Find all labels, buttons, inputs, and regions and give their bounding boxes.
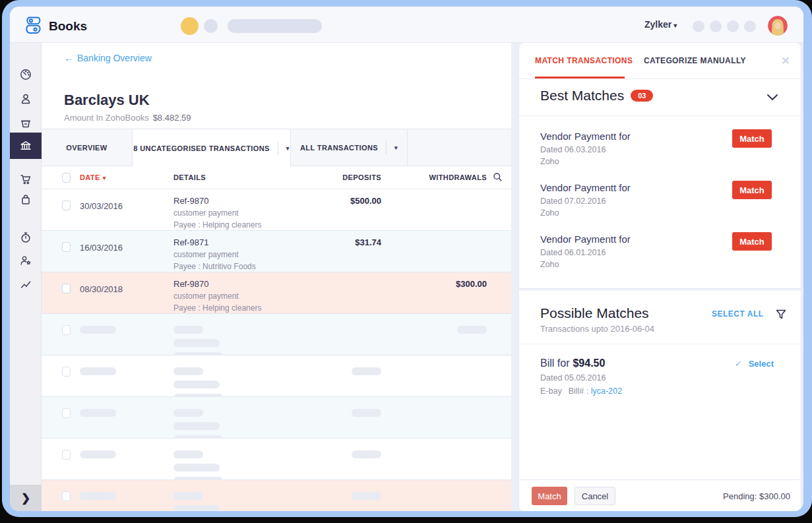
cell-date: 16/03/2016 [80, 243, 123, 253]
announcement-icon[interactable] [181, 17, 199, 35]
screenshot-stage: Books Zylker▾ [0, 0, 812, 523]
check-icon: ✓ [735, 359, 742, 369]
skeleton-pill [173, 367, 203, 375]
count-badge: 03 [631, 90, 653, 102]
help-icon[interactable] [744, 20, 756, 32]
sidebar-item-accountant[interactable] [10, 247, 42, 274]
row-checkbox[interactable] [62, 450, 71, 460]
recent-activity-icon[interactable] [204, 19, 218, 33]
best-matches-header: Best Matches03 [519, 79, 801, 116]
tab-match-transactions[interactable]: MATCH TRANSACTIONS [535, 56, 633, 65]
cell-type: customer payment [173, 292, 239, 301]
match-item-title: Vendor Paymentt for [540, 182, 631, 193]
reports-icon [19, 278, 32, 291]
row-checkbox[interactable] [62, 325, 71, 335]
select-all-checkbox[interactable] [62, 173, 71, 183]
sidebar-item-purchases[interactable] [10, 187, 42, 213]
footer-cancel-button[interactable]: Cancel [575, 487, 615, 505]
tab-all-transactions[interactable]: ALL TRANSACTIONS▾ [291, 129, 408, 166]
caret-down-icon: ▾ [673, 22, 677, 29]
match-button[interactable]: Match [732, 232, 772, 251]
skeleton-pill [80, 450, 116, 458]
table-row[interactable]: 16/03/2016 Ref-9871 customer payment Pay… [42, 231, 511, 272]
match-item-vendor: Zoho [540, 208, 559, 218]
sidebar-item-reports[interactable] [10, 271, 42, 297]
sidebar-item-contacts[interactable] [10, 86, 42, 112]
row-checkbox[interactable] [62, 284, 71, 293]
possible-match-title: Bill for$94.50 [540, 357, 605, 369]
window-frame: Books Zylker▾ [2, 0, 812, 517]
table-row-loading [42, 355, 511, 397]
skeleton-pill [173, 505, 220, 511]
bag-icon [19, 193, 32, 206]
app-window: Books Zylker▾ [10, 7, 803, 511]
column-date-sort[interactable]: DATE▾ [80, 173, 106, 181]
product-name: Books [49, 19, 87, 34]
active-tab-underline [535, 77, 625, 78]
skeleton-pill [173, 464, 220, 472]
back-to-banking-overview-link[interactable]: ←Banking Overview [64, 53, 152, 63]
dashboard-icon [19, 68, 32, 81]
skeleton-pill [173, 339, 220, 347]
cell-deposit: $500.00 [305, 196, 381, 206]
tab-uncategorised-transactions[interactable]: 8 UNCATEGORISED TRANSACTIONS▾ [133, 129, 291, 168]
cell-date: 08/30/2018 [80, 284, 123, 294]
skeleton-pill [173, 492, 203, 500]
referral-icon[interactable] [693, 20, 704, 32]
sidebar-item-dashboard[interactable] [10, 61, 42, 88]
sidebar-expand-button[interactable]: ❯ [10, 485, 42, 511]
accountant-icon [19, 254, 32, 267]
cell-reference: Ref-9870 [173, 196, 208, 206]
row-checkbox[interactable] [62, 408, 71, 418]
cell-payee: Payee : Nutritivo Foods [173, 262, 256, 271]
cell-date: 30/03/2016 [80, 201, 123, 211]
org-switcher[interactable]: Zylker▾ [644, 19, 677, 30]
banking-icon [19, 139, 32, 152]
possible-matches-subtitle: Transactions upto 2016-06-04 [540, 324, 654, 334]
app-logo[interactable]: Books [23, 15, 87, 38]
user-avatar[interactable] [768, 16, 788, 36]
table-row-selected[interactable]: 08/30/2018 Ref-9870 customer payment Pay… [42, 272, 511, 314]
stopwatch-icon [19, 231, 32, 244]
cell-deposit: $31.74 [305, 237, 381, 247]
sidebar-item-banking[interactable] [10, 133, 42, 159]
row-checkbox[interactable] [62, 367, 71, 377]
contacts-icon [19, 92, 32, 106]
tab-categorize-manually[interactable]: CATEGORIZE MANUALLY [644, 56, 746, 65]
skeleton-pill [173, 409, 203, 417]
account-name: Barclays UK [64, 92, 150, 109]
bill-number-link[interactable]: lyca-202 [591, 386, 622, 396]
skeleton-pill [173, 326, 203, 334]
table-row-loading [42, 397, 511, 439]
topbar: Books Zylker▾ [10, 7, 803, 43]
notifications-icon[interactable] [710, 20, 722, 32]
select-link[interactable]: ✓Select [735, 359, 774, 369]
skeleton-pill [80, 326, 116, 334]
row-checkbox[interactable] [62, 491, 71, 501]
sidebar-item-time-tracking[interactable] [10, 224, 42, 251]
footer-match-button[interactable]: Match [532, 487, 567, 505]
best-match-item: Vendor Paymentt for Dated 07.02.2016 Zoh… [519, 171, 801, 223]
cart-icon [19, 173, 32, 186]
cell-reference: Ref-9870 [173, 279, 208, 289]
divider [519, 344, 801, 344]
possible-matches-title: Possible Matches [540, 305, 649, 321]
filter-icon[interactable] [776, 309, 786, 323]
match-button[interactable]: Match [732, 181, 772, 199]
close-icon[interactable]: ✕ [781, 54, 790, 68]
match-item-dated: Dated 07.02.2016 [540, 197, 606, 206]
row-checkbox[interactable] [62, 242, 71, 252]
expand-arrow-icon: ❯ [21, 491, 30, 505]
panel-tabs: MATCH TRANSACTIONS CATEGORIZE MANUALLY ✕ [519, 43, 801, 79]
match-item-dated: Dated 06.01.2016 [540, 248, 606, 257]
row-checkbox[interactable] [62, 200, 71, 210]
table-row[interactable]: 30/03/2016 Ref-9870 customer payment Pay… [42, 189, 511, 231]
collapse-chevron-icon[interactable] [766, 92, 778, 104]
settings-icon[interactable] [727, 20, 739, 32]
global-search-input[interactable] [228, 19, 322, 33]
search-icon[interactable] [493, 172, 503, 183]
match-button[interactable]: Match [732, 129, 772, 148]
tab-overview[interactable]: OVERVIEW [42, 129, 133, 166]
skeleton-pill [352, 409, 381, 417]
select-all-link[interactable]: SELECT ALL [712, 309, 764, 319]
